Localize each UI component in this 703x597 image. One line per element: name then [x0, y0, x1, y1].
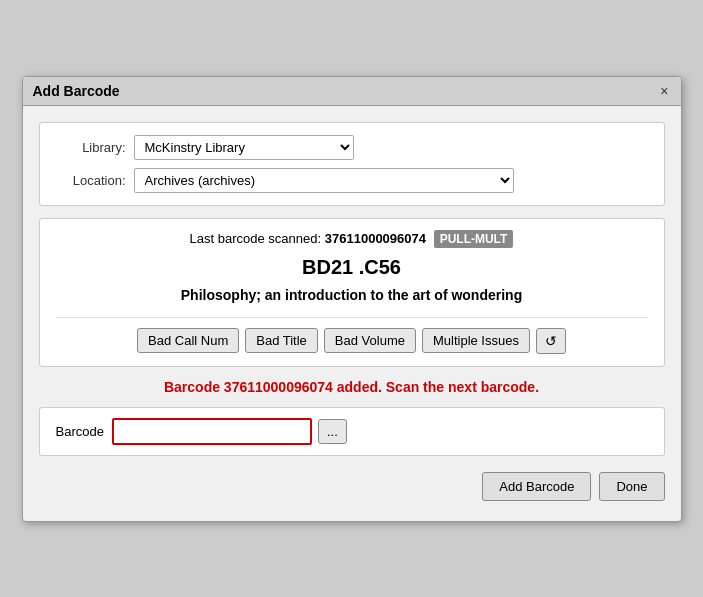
library-location-section: Library: McKinstry LibraryMain LibraryBr…	[39, 122, 665, 206]
browse-button[interactable]: ...	[318, 419, 347, 444]
info-section: Last barcode scanned: 37611000096074 PUL…	[39, 218, 665, 367]
dialog-header: Add Barcode ×	[23, 77, 681, 106]
location-row: Location: Archives (archives)Stacks (sta…	[56, 168, 648, 193]
barcode-input[interactable]	[112, 418, 312, 445]
last-barcode-line: Last barcode scanned: 37611000096074 PUL…	[56, 231, 648, 246]
done-button[interactable]: Done	[599, 472, 664, 501]
library-label: Library:	[56, 140, 126, 155]
pull-mult-badge: PULL-MULT	[434, 230, 514, 248]
footer-buttons: Add Barcode Done	[39, 468, 665, 505]
last-barcode-number: 37611000096074	[325, 231, 426, 246]
bad-call-num-button[interactable]: Bad Call Num	[137, 328, 239, 353]
bad-title-button[interactable]: Bad Title	[245, 328, 318, 353]
location-select[interactable]: Archives (archives)Stacks (stacks)Refere…	[134, 168, 514, 193]
dialog-title: Add Barcode	[33, 83, 120, 99]
book-title: Philosophy; an introduction to the art o…	[56, 287, 648, 303]
action-buttons-row: Bad Call Num Bad Title Bad Volume Multip…	[56, 317, 648, 354]
last-barcode-label: Last barcode scanned:	[190, 231, 322, 246]
location-label: Location:	[56, 173, 126, 188]
barcode-section: Barcode ...	[39, 407, 665, 456]
add-barcode-dialog: Add Barcode × Library: McKinstry Library…	[22, 76, 682, 522]
library-row: Library: McKinstry LibraryMain LibraryBr…	[56, 135, 648, 160]
call-number: BD21 .C56	[56, 256, 648, 279]
refresh-button[interactable]: ↺	[536, 328, 566, 354]
multiple-issues-button[interactable]: Multiple Issues	[422, 328, 530, 353]
bad-volume-button[interactable]: Bad Volume	[324, 328, 416, 353]
status-message: Barcode 37611000096074 added. Scan the n…	[39, 379, 665, 395]
close-button[interactable]: ×	[658, 83, 670, 99]
dialog-body: Library: McKinstry LibraryMain LibraryBr…	[23, 106, 681, 521]
barcode-label: Barcode	[56, 424, 104, 439]
library-select[interactable]: McKinstry LibraryMain LibraryBranch Libr…	[134, 135, 354, 160]
add-barcode-button[interactable]: Add Barcode	[482, 472, 591, 501]
